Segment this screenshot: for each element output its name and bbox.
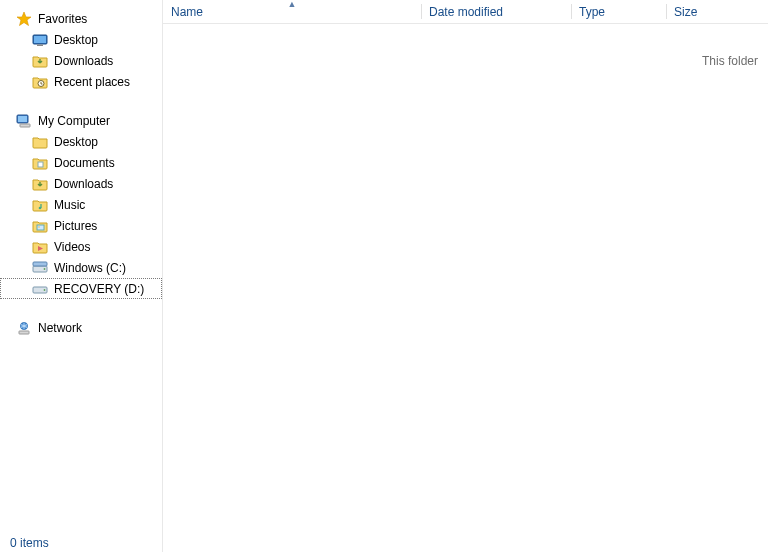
tree-item-label: Recent places	[54, 75, 130, 89]
drive-icon	[32, 281, 48, 297]
status-text: 0 items	[10, 536, 49, 550]
svg-rect-2	[34, 36, 46, 43]
tree-item-label: Downloads	[54, 54, 113, 68]
tree-item-videos[interactable]: Videos	[0, 236, 162, 257]
folder-picture-icon	[32, 218, 48, 234]
nav-tree: Favorites Desktop Downloads Recent place…	[0, 0, 163, 552]
svg-rect-3	[37, 44, 43, 46]
column-label: Date modified	[429, 5, 503, 19]
tree-header-label: Network	[38, 321, 82, 335]
svg-point-17	[44, 289, 46, 291]
tree-header-favorites[interactable]: Favorites	[0, 8, 162, 29]
tree-item-drive-d[interactable]: RECOVERY (D:)	[0, 278, 162, 299]
tree-group-network: Network	[0, 317, 162, 338]
svg-rect-8	[38, 162, 43, 167]
column-label: Type	[579, 5, 605, 19]
tree-header-label: Favorites	[38, 12, 87, 26]
tree-item-pictures[interactable]: Pictures	[0, 215, 162, 236]
tree-item-drive-c[interactable]: Windows (C:)	[0, 257, 162, 278]
star-icon	[16, 11, 32, 27]
svg-point-14	[44, 268, 46, 270]
tree-item-recent[interactable]: Recent places	[0, 71, 162, 92]
folder-icon	[32, 134, 48, 150]
column-size[interactable]: Size	[666, 0, 751, 23]
tree-item-label: Pictures	[54, 219, 97, 233]
tree-item-label: Videos	[54, 240, 90, 254]
tree-group-favorites: Favorites Desktop Downloads Recent place…	[0, 8, 162, 92]
tree-item-label: Music	[54, 198, 85, 212]
column-headers: ▲ Name Date modified Type Size	[163, 0, 768, 24]
folder-music-icon	[32, 197, 48, 213]
tree-item-desktop[interactable]: Desktop	[0, 29, 162, 50]
tree-item-label: Desktop	[54, 33, 98, 47]
computer-icon	[16, 113, 32, 129]
svg-rect-19	[19, 331, 29, 334]
tree-item-music[interactable]: Music	[0, 194, 162, 215]
svg-point-9	[39, 206, 42, 209]
drive-icon	[32, 260, 48, 276]
svg-rect-7	[20, 124, 30, 127]
folder-video-icon	[32, 239, 48, 255]
desktop-icon	[32, 32, 48, 48]
column-name[interactable]: ▲ Name	[163, 0, 421, 23]
tree-item-label: Documents	[54, 156, 115, 170]
sort-asc-icon: ▲	[288, 0, 297, 9]
column-label: Size	[674, 5, 697, 19]
tree-item-downloads[interactable]: Downloads	[0, 50, 162, 71]
tree-item-desktop-2[interactable]: Desktop	[0, 131, 162, 152]
tree-item-documents[interactable]: Documents	[0, 152, 162, 173]
column-label: Name	[171, 5, 203, 19]
empty-hint: This folder	[702, 54, 758, 68]
tree-header-network[interactable]: Network	[0, 317, 162, 338]
tree-item-label: Windows (C:)	[54, 261, 126, 275]
tree-header-computer[interactable]: My Computer	[0, 110, 162, 131]
column-date[interactable]: Date modified	[421, 0, 571, 23]
folder-doc-icon	[32, 155, 48, 171]
network-icon	[16, 320, 32, 336]
tree-item-downloads-2[interactable]: Downloads	[0, 173, 162, 194]
svg-rect-15	[33, 262, 47, 266]
tree-item-label: Downloads	[54, 177, 113, 191]
tree-group-computer: My Computer Desktop Documents Downloads	[0, 110, 162, 299]
column-type[interactable]: Type	[571, 0, 666, 23]
svg-rect-6	[18, 116, 27, 122]
svg-marker-0	[17, 12, 31, 26]
svg-point-11	[38, 226, 40, 228]
main-pane: ▲ Name Date modified Type Size This fold…	[163, 0, 768, 552]
recent-icon	[32, 74, 48, 90]
file-list[interactable]: This folder	[163, 24, 768, 552]
status-bar: 0 items	[10, 536, 49, 550]
tree-item-label: Desktop	[54, 135, 98, 149]
tree-item-label: RECOVERY (D:)	[54, 282, 144, 296]
folder-download-icon	[32, 176, 48, 192]
svg-rect-10	[37, 225, 44, 230]
folder-download-icon	[32, 53, 48, 69]
tree-header-label: My Computer	[38, 114, 110, 128]
